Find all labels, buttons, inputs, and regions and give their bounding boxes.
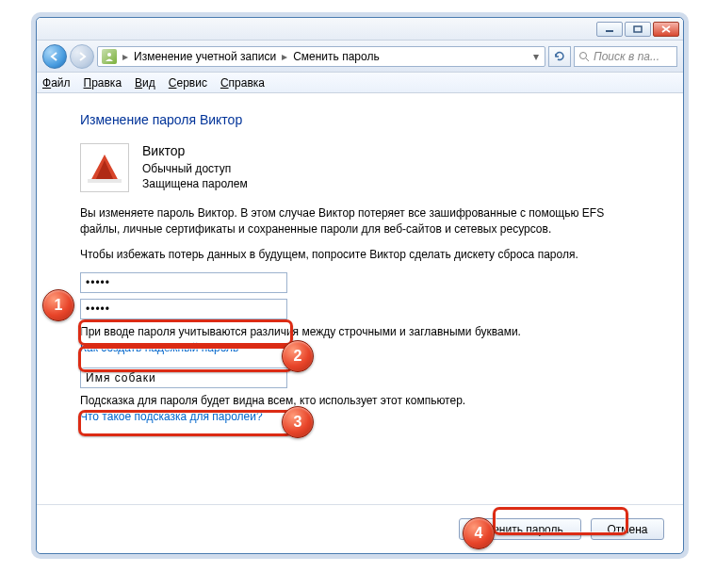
svg-point-3 xyxy=(580,52,587,58)
address-bar[interactable]: ▸ Изменение учетной записи ▸ Сменить пар… xyxy=(97,46,545,67)
svg-line-4 xyxy=(586,58,589,61)
warning-text-1: Вы изменяете пароль Виктор. В этом случа… xyxy=(80,205,608,237)
strong-password-link[interactable]: Как создать надежный пароль xyxy=(80,341,657,354)
menu-file[interactable]: Файл xyxy=(42,76,71,90)
svg-rect-8 xyxy=(88,179,122,183)
refresh-icon xyxy=(554,51,565,62)
maximize-button[interactable] xyxy=(625,22,651,37)
forward-button[interactable] xyxy=(70,44,94,69)
arrow-left-icon xyxy=(49,51,60,62)
hint-help-link[interactable]: Что такое подсказка для паролей? xyxy=(80,410,657,423)
case-hint-text: При вводе пароля учитываются различия ме… xyxy=(80,325,657,338)
annotation-marker-3: 3 xyxy=(282,406,314,438)
back-button[interactable] xyxy=(42,44,67,69)
menu-tools[interactable]: Сервис xyxy=(169,76,207,90)
change-password-window: ▸ Изменение учетной записи ▸ Сменить пар… xyxy=(36,17,684,554)
maximize-icon xyxy=(633,25,643,33)
menu-help[interactable]: Справка xyxy=(220,76,265,90)
svg-rect-1 xyxy=(634,26,642,32)
minimize-button[interactable] xyxy=(596,22,623,37)
annotation-marker-2: 2 xyxy=(282,340,314,372)
annotation-marker-4: 4 xyxy=(463,517,495,549)
search-icon xyxy=(578,51,590,62)
user-status: Защищена паролем xyxy=(142,176,248,192)
search-placeholder: Поиск в па... xyxy=(594,50,659,63)
user-block: Виктор Обычный доступ Защищена паролем xyxy=(80,142,657,192)
chevron-down-icon[interactable]: ▾ xyxy=(531,50,541,63)
user-role: Обычный доступ xyxy=(142,161,248,177)
breadcrumb-parent[interactable]: Изменение учетной записи xyxy=(134,50,276,63)
avatar-image-icon xyxy=(84,147,125,188)
user-accounts-icon xyxy=(102,49,117,64)
menu-edit[interactable]: Правка xyxy=(84,76,122,90)
search-input[interactable]: Поиск в па... xyxy=(574,46,677,67)
annotation-marker-1: 1 xyxy=(42,289,74,321)
svg-point-2 xyxy=(107,53,111,57)
field-row-hint xyxy=(80,368,657,388)
avatar xyxy=(80,143,129,192)
breadcrumb-current[interactable]: Сменить пароль xyxy=(293,50,380,63)
content-area: Изменение пароля Виктор Виктор Обычный д… xyxy=(37,93,683,423)
refresh-button[interactable] xyxy=(548,46,571,67)
user-name: Виктор xyxy=(142,142,248,161)
arrow-right-icon xyxy=(76,51,88,62)
close-icon xyxy=(661,25,671,33)
minimize-icon xyxy=(605,25,614,33)
warning-text-2: Чтобы избежать потерь данных в будущем, … xyxy=(80,247,608,263)
new-password-input[interactable] xyxy=(80,272,287,293)
svg-rect-0 xyxy=(606,30,613,32)
navigation-bar: ▸ Изменение учетной записи ▸ Сменить пар… xyxy=(37,41,683,73)
confirm-password-input[interactable] xyxy=(80,299,287,319)
hint-explain-text: Подсказка для пароля будет видна всем, к… xyxy=(80,394,657,407)
page-heading: Изменение пароля Виктор xyxy=(80,112,657,127)
cancel-button[interactable]: Отмена xyxy=(591,518,664,540)
close-button[interactable] xyxy=(653,22,679,37)
footer-bar: Сменить пароль Отмена xyxy=(37,504,683,540)
breadcrumb-arrow-icon: ▸ xyxy=(121,50,130,63)
user-info: Виктор Обычный доступ Защищена паролем xyxy=(142,142,248,192)
field-row-confirm-password xyxy=(80,299,657,319)
field-row-new-password xyxy=(80,272,657,293)
menu-bar: Файл Правка Вид Сервис Справка xyxy=(37,73,683,93)
password-hint-input[interactable] xyxy=(80,368,287,388)
window-titlebar xyxy=(37,18,683,41)
menu-view[interactable]: Вид xyxy=(135,76,155,90)
breadcrumb-arrow-icon: ▸ xyxy=(280,50,289,63)
